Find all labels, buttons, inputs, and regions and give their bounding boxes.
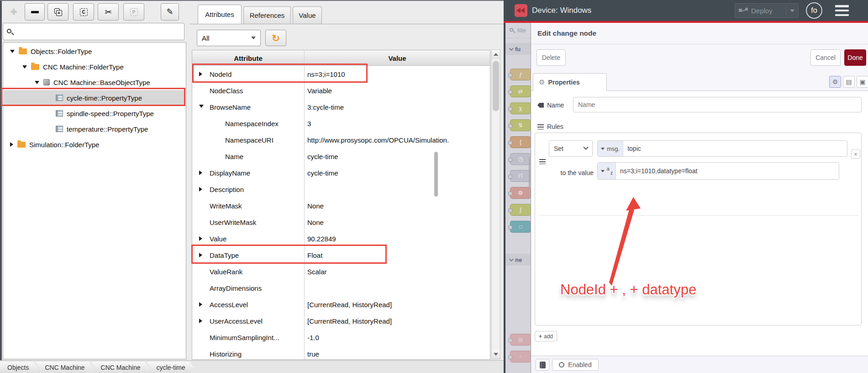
expander-icon[interactable] (199, 187, 202, 192)
table-row-MinimumSamplingInt[interactable]: MinimumSamplingInt...-1.0 (192, 329, 490, 346)
expander-icon[interactable] (22, 65, 27, 69)
minus-button[interactable] (25, 3, 45, 21)
attribute-filter-dropdown[interactable]: All (197, 30, 261, 46)
tree-item-temperature[interactable]: temperature::PropertyType (4, 121, 185, 137)
table-row-UserAccessLevel[interactable]: UserAccessLevel[CurrentRead, HistoryRead… (192, 313, 490, 329)
table-row-ValueRank[interactable]: ValueRankScalar (192, 263, 490, 280)
done-button[interactable]: Done (844, 49, 866, 66)
palette-scrollbar-thumb[interactable] (529, 158, 530, 197)
avatar[interactable]: fo (806, 2, 822, 19)
description-view-button[interactable]: ▤ (843, 76, 855, 88)
breadcrumb-tab-cnc-machine[interactable]: CNC Machine (35, 362, 94, 373)
palette-category-ne[interactable]: ne (505, 254, 531, 266)
search-input[interactable] (16, 27, 184, 36)
table-row-ArrayDimensions[interactable]: ArrayDimensions (192, 280, 490, 296)
deploy-button[interactable]: Deploy (735, 3, 799, 18)
chevron-down-icon[interactable] (790, 10, 794, 12)
table-row-DataType[interactable]: DataTypeFloat (192, 247, 490, 263)
appearance-view-button[interactable]: ▣ (857, 76, 868, 88)
scroll-down-button[interactable] (492, 350, 500, 359)
table-scrollbar[interactable] (491, 49, 500, 359)
table-row-BrowseName[interactable]: BrowseName3:cycle-time (192, 99, 490, 115)
cancel-button[interactable]: Cancel (810, 49, 841, 66)
palette-search[interactable]: filte (505, 23, 531, 38)
triangle-down-icon (494, 353, 498, 356)
floating-scrollbar-thumb[interactable] (434, 152, 438, 197)
palette-node-template[interactable]: { (510, 136, 531, 148)
expander-icon[interactable] (199, 302, 202, 307)
tree-item-CNC Machine[interactable]: CNC Machine::FolderType (4, 59, 185, 75)
search-icon (510, 28, 514, 32)
table-row-Historizing[interactable]: Historizingtrue (192, 346, 490, 360)
tree-item-cycle-time[interactable]: cycle-time::PropertyType (4, 90, 185, 106)
rule-property-field[interactable]: msg. topic (597, 140, 847, 157)
palette-node-function[interactable]: ƒ (510, 69, 531, 80)
expander-icon[interactable] (10, 142, 13, 147)
palette-category-fu[interactable]: fu (505, 43, 531, 55)
tree-item-CNC Machine[interactable]: CNC Machine::BaseObjectType (4, 75, 185, 90)
expander-icon[interactable] (10, 50, 15, 53)
tab-attributes[interactable]: Attributes (198, 5, 242, 24)
palette-node-filter[interactable]: ∫ (510, 204, 531, 216)
table-row-NodeClass[interactable]: NodeClassVariable (192, 82, 490, 99)
table-row-UserWriteMask[interactable]: UserWriteMaskNone (192, 214, 490, 230)
expander-icon[interactable] (199, 171, 202, 175)
properties-view-button[interactable]: ⚙ (829, 76, 841, 88)
edit-button[interactable]: ✎ (161, 3, 179, 21)
palette-node-change[interactable]: χ (510, 102, 531, 114)
palette-node-mqtt[interactable]: ))) (510, 334, 531, 346)
expander-icon[interactable] (199, 72, 202, 76)
duplicate-button[interactable]: + (47, 3, 68, 21)
table-row-NamespaceURI[interactable]: NamespaceURIhttp://www.prosysopc.com/OPC… (192, 132, 490, 148)
name-input[interactable] (573, 97, 862, 112)
rule-value-field[interactable]: az ns=3;i=1010,datatype=float (597, 162, 839, 180)
scroll-up-button[interactable] (492, 50, 500, 59)
remove-rule-button[interactable]: ✕ (851, 149, 860, 159)
tree-item-Objects[interactable]: Objects::FolderType (4, 43, 185, 59)
cut-button[interactable]: ✂ (98, 3, 119, 21)
enabled-toggle-button[interactable]: Enabled (552, 359, 599, 371)
attribute-name: UserWriteMask (210, 214, 256, 230)
expander-icon[interactable] (199, 105, 204, 108)
table-row-Description[interactable]: Description (192, 181, 490, 197)
breadcrumb-tab-cnc-machine[interactable]: CNC Machine (91, 362, 150, 373)
add-rule-button[interactable]: + add (535, 331, 557, 341)
expander-icon[interactable] (199, 236, 202, 241)
palette-node-exec[interactable]: ⚙ (510, 187, 531, 199)
table-row-AccessLevel[interactable]: AccessLevel[CurrentRead, HistoryRead] (192, 296, 490, 313)
msg-type-chip[interactable]: msg. (598, 141, 623, 156)
delete-button[interactable]: Delete (537, 49, 566, 66)
expander-icon[interactable] (199, 253, 202, 257)
expander-icon[interactable] (199, 319, 202, 323)
palette-node-range[interactable]: ⇅ (510, 119, 531, 131)
tree-item-Simulation[interactable]: Simulation::FolderType (4, 137, 185, 152)
menu-icon[interactable] (835, 5, 849, 16)
breadcrumb-tab-objects[interactable]: Objects (0, 362, 38, 373)
node-port (508, 107, 512, 111)
refresh-button[interactable]: ↻ (265, 30, 286, 46)
table-row-NodeId[interactable]: NodeIdns=3;i=1010 (192, 66, 490, 82)
palette-node-delay[interactable]: ◷ (510, 153, 531, 165)
copy-button[interactable]: C (73, 3, 94, 21)
table-row-NamespaceIndex[interactable]: NamespaceIndex3 (192, 115, 490, 132)
tab-references[interactable]: References (243, 6, 291, 24)
table-row-DisplayName[interactable]: DisplayNamecycle-time (192, 165, 490, 181)
tab-properties[interactable]: ⚙ Properties (533, 73, 607, 91)
scrollbar-thumb[interactable] (493, 61, 499, 111)
expander-icon[interactable] (35, 81, 39, 84)
rule-action-select[interactable]: Set (549, 140, 593, 157)
tree-item-spindle-speed[interactable]: spindle-speed::PropertyType (4, 106, 185, 121)
table-row-WriteMask[interactable]: WriteMaskNone (192, 197, 490, 214)
palette-node-link[interactable]: □ (510, 221, 531, 233)
table-row-Name[interactable]: Namecycle-time (192, 148, 490, 165)
string-type-chip[interactable]: az (598, 163, 616, 179)
table-row-Value[interactable]: Value90.22849 (192, 230, 490, 247)
node-info-button[interactable] (536, 359, 549, 371)
tab-value[interactable]: Value (293, 6, 322, 24)
palette-node-switch[interactable]: ⇄ (510, 85, 531, 97)
palette-node-trigger[interactable]: ⊓ (510, 170, 531, 182)
tree-search-box[interactable] (3, 23, 184, 40)
breadcrumb-tab-cycle-time[interactable]: cycle-time (147, 362, 195, 373)
drag-handle-icon[interactable] (539, 159, 546, 164)
palette-node-http[interactable]: ○ (510, 351, 531, 362)
